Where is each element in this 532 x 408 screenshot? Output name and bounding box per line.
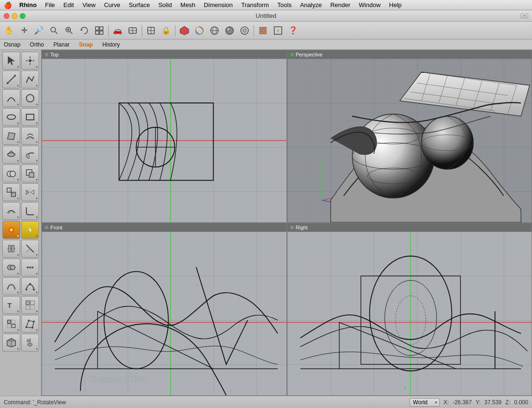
menu-surface[interactable]: Surface — [125, 0, 154, 9]
rotate-view-tool[interactable] — [77, 24, 91, 38]
menu-curve[interactable]: Curve — [100, 0, 124, 9]
history-toggle[interactable]: History — [102, 41, 119, 48]
menu-help[interactable]: Help — [385, 0, 405, 9]
apple-logo-icon[interactable]: 🍎 — [4, 1, 12, 9]
revolve-tool[interactable]: ▸ — [2, 146, 20, 164]
render-mesh-tool[interactable] — [126, 24, 140, 38]
bolt-tool[interactable]: ▸ — [21, 221, 39, 239]
trim-tool[interactable]: ▸ — [21, 240, 39, 258]
coordinate-system-selector[interactable]: World CPlane — [410, 398, 440, 407]
menu-render[interactable]: Render — [326, 0, 354, 9]
ortho-toggle[interactable]: Ortho — [30, 41, 44, 48]
move-tool[interactable]: ✛ — [17, 24, 31, 38]
menu-analyze[interactable]: Analyze — [296, 0, 326, 9]
sweep-tool[interactable]: ▸ — [21, 146, 39, 164]
network-tool[interactable]: ▸ — [2, 315, 20, 333]
menu-file[interactable]: File — [41, 0, 59, 9]
mirror-tool[interactable]: ▸ — [21, 183, 39, 201]
close-button[interactable] — [4, 13, 9, 19]
svg-rect-27 — [260, 27, 262, 30]
viewport-front-title: Front — [50, 225, 63, 230]
viewport-right[interactable]: Right — [287, 223, 532, 396]
curve-tool[interactable]: ▸ — [2, 277, 20, 295]
fillet-tool[interactable]: ▸ — [21, 202, 39, 220]
loft-tool[interactable]: ▸ — [21, 127, 39, 145]
help-tool[interactable]: ❓ — [286, 24, 300, 38]
svg-point-68 — [29, 267, 31, 268]
point-tool[interactable]: ▸ — [21, 52, 39, 70]
viewport-right-title: Right — [296, 225, 308, 230]
solid-tool[interactable] — [177, 24, 191, 38]
rectangle-tool[interactable]: ▸ — [21, 108, 39, 126]
zoom-icon[interactable]: ─ — [521, 14, 528, 18]
zoom-extents-tool[interactable]: 🔎 — [32, 24, 46, 38]
transform-tool[interactable]: ▸ — [2, 183, 20, 201]
hand-tool[interactable]: ✋ — [2, 24, 16, 38]
window-title: Untitled — [255, 12, 276, 19]
ellipse-tool[interactable]: ▸ — [2, 108, 20, 126]
offset-tool[interactable]: ▸ — [2, 202, 20, 220]
viewport-perspective-canvas[interactable]: x z — [287, 59, 532, 222]
surface-from-corners-tool[interactable]: ▸ — [2, 127, 20, 145]
boolean-diff-tool[interactable]: ▸ — [21, 165, 39, 182]
minimize-button[interactable] — [12, 13, 17, 19]
material-tool[interactable] — [238, 24, 252, 38]
snap-tool2[interactable] — [271, 24, 285, 38]
text-tool[interactable]: T ▸ — [2, 296, 20, 314]
viewport-right-canvas[interactable]: y — [287, 232, 532, 395]
rotate-tool[interactable] — [144, 24, 158, 38]
title-bar: Untitled ─ — [0, 10, 532, 22]
svg-rect-9 — [95, 31, 99, 34]
menu-mesh[interactable]: Mesh — [177, 0, 199, 9]
boolean-union-tool[interactable]: ▸ — [2, 165, 20, 182]
svg-rect-7 — [95, 27, 99, 30]
grasshopper-tool[interactable]: ▸ — [2, 221, 20, 239]
world-select[interactable]: World CPlane — [410, 398, 440, 407]
svg-line-64 — [26, 249, 30, 252]
menu-view[interactable]: View — [79, 0, 99, 9]
menu-rhino[interactable]: Rhino — [16, 0, 40, 9]
menu-transform[interactable]: Transform — [238, 0, 273, 9]
circle-tool[interactable]: ▸ — [21, 89, 39, 107]
zoom-selected-tool[interactable] — [62, 24, 76, 38]
viewport-top-canvas[interactable] — [42, 59, 286, 222]
select-tool[interactable]: ▸ — [2, 52, 20, 70]
4view-tool[interactable] — [92, 24, 106, 38]
menu-tools[interactable]: Tools — [274, 0, 295, 9]
planar-toggle[interactable]: Planar — [53, 41, 70, 48]
display-mode-tool[interactable] — [222, 24, 237, 38]
arc-tool[interactable]: ▸ — [2, 89, 20, 107]
maximize-button[interactable] — [20, 13, 25, 19]
svg-point-19 — [196, 27, 203, 34]
svg-rect-75 — [31, 301, 34, 305]
split-tool[interactable]: ▸ — [2, 240, 20, 258]
globe-tool[interactable] — [207, 24, 222, 38]
menu-edit[interactable]: Edit — [60, 0, 78, 9]
viewport-front-canvas[interactable]: OceanofDMG — [42, 232, 286, 395]
box-tool[interactable]: ▸ — [2, 334, 20, 352]
measure-tool[interactable]: ▸ — [2, 259, 20, 276]
menu-window[interactable]: Window — [355, 0, 384, 9]
line-tool[interactable]: ▸ — [2, 71, 20, 88]
toolbar: ✋ ✛ 🔎 🚗 🔒 — [0, 22, 532, 39]
color-wheel-tool[interactable] — [192, 24, 206, 38]
viewport-perspective[interactable]: Perspective — [287, 50, 532, 223]
dots-tool[interactable]: ▸ — [21, 259, 39, 276]
osnap-toggle[interactable]: Osnap — [4, 41, 20, 48]
align-tool[interactable]: ▸ — [21, 334, 39, 352]
properties-tool[interactable] — [256, 24, 270, 38]
svg-point-26 — [243, 29, 246, 32]
lock-tool[interactable]: 🔒 — [159, 24, 173, 38]
viewport-front[interactable]: Front — [41, 223, 287, 396]
viewport-top[interactable]: Top — [41, 50, 287, 223]
svg-text:OceanofDMG: OceanofDMG — [89, 374, 149, 384]
morph-tool[interactable]: ▸ — [21, 315, 39, 333]
array-tool[interactable]: ▸ — [21, 296, 39, 314]
menu-dimension[interactable]: Dimension — [200, 0, 236, 9]
polyline-tool[interactable]: ▸ — [21, 71, 39, 88]
car-icon[interactable]: 🚗 — [111, 24, 125, 38]
snap-toggle[interactable]: Snap — [79, 41, 93, 48]
curve2-tool[interactable]: ▸ — [21, 277, 39, 295]
zoom-window-tool[interactable] — [47, 24, 61, 38]
menu-solid[interactable]: Solid — [155, 0, 176, 9]
